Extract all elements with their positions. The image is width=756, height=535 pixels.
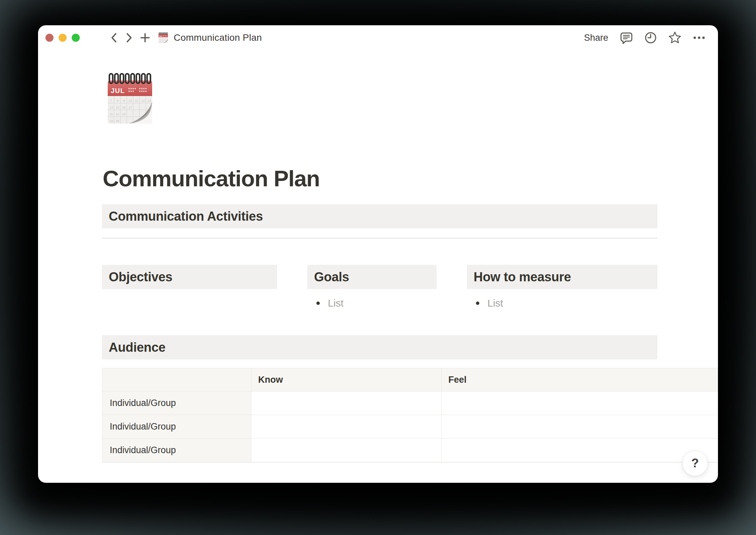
document-tab[interactable]: Communication Plan — [158, 32, 262, 43]
table-cell[interactable] — [442, 391, 718, 415]
comments-icon[interactable] — [620, 31, 633, 44]
column-goals: Goals List — [307, 265, 437, 311]
page-title[interactable]: Communication Plan — [103, 165, 657, 192]
table-cell[interactable] — [251, 439, 442, 462]
column-heading-how-to-measure[interactable]: How to measure — [467, 265, 657, 289]
history-clock-icon[interactable] — [644, 31, 657, 44]
favorite-star-icon[interactable] — [668, 31, 682, 44]
row-label: Individual/Group — [110, 445, 176, 455]
row-header-cell[interactable]: Individual/Group — [102, 391, 251, 415]
bullet-icon — [476, 302, 479, 305]
list-placeholder: List — [487, 297, 503, 309]
column-objectives: Objectives — [102, 265, 277, 289]
help-button[interactable]: ? — [682, 450, 708, 476]
audience-table: Know Feel Individual/Group Individual/Gr — [102, 368, 718, 463]
list-item[interactable]: List — [467, 295, 657, 311]
table-cell[interactable] — [442, 415, 718, 438]
table-cell[interactable] — [442, 439, 718, 462]
table-row: Individual/Group — [102, 391, 718, 415]
table-cell[interactable] — [251, 415, 442, 438]
divider — [102, 238, 657, 239]
row-header-cell[interactable]: Individual/Group — [102, 439, 251, 462]
share-button[interactable]: Share — [584, 33, 608, 43]
table-row: Individual/Group — [102, 439, 718, 462]
column-how-to-measure: How to measure List — [467, 265, 657, 311]
row-label: Individual/Group — [110, 398, 176, 408]
column-heading-goals[interactable]: Goals — [307, 265, 437, 289]
document-tab-title: Communication Plan — [174, 32, 262, 43]
column-header-label: Feel — [448, 375, 467, 385]
new-page-button[interactable] — [140, 33, 150, 43]
table-header-cell-feel[interactable]: Feel — [442, 368, 718, 391]
close-window-button[interactable] — [45, 34, 54, 42]
traffic-lights — [45, 34, 80, 42]
toolbar: Communication Plan Share — [38, 25, 718, 50]
row-header-cell[interactable]: Individual/Group — [102, 415, 251, 438]
sidebar-toggle-icon[interactable] — [89, 33, 101, 42]
app-window: Communication Plan Share — [38, 25, 718, 483]
row-label: Individual/Group — [110, 421, 176, 432]
section-heading-audience[interactable]: Audience — [102, 335, 657, 359]
document-body: Communication Plan Communication Activit… — [38, 72, 718, 463]
minimize-window-button[interactable] — [59, 34, 67, 42]
more-options-icon[interactable] — [692, 36, 706, 40]
table-header-row: Know Feel — [102, 368, 718, 391]
table-cell[interactable] — [251, 391, 442, 415]
desktop-background: Communication Plan Share — [0, 0, 756, 535]
zoom-window-button[interactable] — [72, 34, 80, 42]
calendar-doc-icon — [158, 32, 168, 43]
section-heading-communication-activities[interactable]: Communication Activities — [102, 204, 657, 228]
list-item[interactable]: List — [307, 295, 437, 311]
column-header-label: Know — [258, 375, 283, 385]
table-header-cell-know[interactable]: Know — [251, 368, 442, 391]
column-heading-objectives[interactable]: Objectives — [102, 265, 277, 289]
table-header-cell-empty[interactable] — [102, 368, 251, 391]
page-calendar-icon[interactable] — [106, 72, 153, 125]
list-placeholder: List — [328, 297, 344, 309]
bullet-icon — [316, 302, 320, 305]
columns-row: Objectives Goals List How to measure Lis… — [102, 265, 657, 311]
back-button[interactable] — [110, 32, 118, 43]
table-row: Individual/Group — [102, 415, 718, 439]
forward-button[interactable] — [125, 32, 133, 43]
